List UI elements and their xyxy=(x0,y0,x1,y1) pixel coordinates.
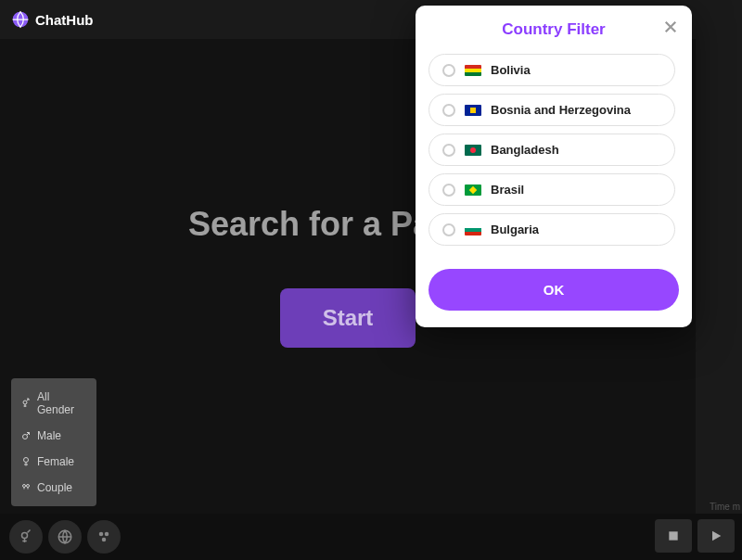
flag-icon xyxy=(465,65,481,76)
svg-point-1 xyxy=(23,401,27,404)
globe-icon xyxy=(11,10,30,29)
logo[interactable]: ChatHub xyxy=(11,10,94,29)
gender-item-couple[interactable]: Couple xyxy=(11,475,96,501)
right-panel xyxy=(696,39,742,514)
country-filter-modal: Country Filter BoliviaBosnia and Herzego… xyxy=(416,6,692,327)
country-item[interactable]: Bolivia xyxy=(429,54,675,86)
gender-item-female[interactable]: Female xyxy=(11,449,96,475)
gear-icon xyxy=(96,528,112,545)
gender-menu: All Gender Male Female Couple xyxy=(11,378,96,506)
flag-icon xyxy=(465,224,481,235)
country-item[interactable]: Bulgaria xyxy=(429,213,675,246)
close-button[interactable] xyxy=(662,19,679,35)
radio-icon xyxy=(442,223,455,236)
radio-icon xyxy=(442,64,455,77)
couple-icon xyxy=(20,482,32,493)
svg-point-9 xyxy=(105,532,109,537)
country-name: Bangladesh xyxy=(491,143,559,157)
stop-button[interactable] xyxy=(655,519,692,553)
time-label: Time m xyxy=(710,502,740,512)
svg-point-3 xyxy=(24,458,29,463)
svg-point-8 xyxy=(99,532,104,537)
settings-button[interactable] xyxy=(87,520,121,554)
media-controls xyxy=(655,519,735,553)
country-name: Bosnia and Herzegovina xyxy=(491,103,631,117)
radio-icon xyxy=(442,184,455,197)
radio-icon xyxy=(442,104,455,117)
bottom-bar xyxy=(0,514,742,560)
gender-icon xyxy=(18,528,34,545)
play-icon xyxy=(709,528,723,543)
gender-item-label: Female xyxy=(37,455,74,468)
svg-rect-11 xyxy=(669,531,677,540)
modal-title: Country Filter xyxy=(429,20,679,39)
flag-icon xyxy=(465,185,481,196)
country-name: Brasil xyxy=(491,183,524,197)
svg-point-6 xyxy=(22,533,28,539)
male-icon xyxy=(20,430,32,441)
svg-point-4 xyxy=(23,485,26,488)
svg-point-5 xyxy=(27,485,30,488)
app-name: ChatHub xyxy=(35,12,94,28)
gender-item-all[interactable]: All Gender xyxy=(11,384,96,423)
gender-item-male[interactable]: Male xyxy=(11,423,96,449)
country-list[interactable]: BoliviaBosnia and HerzegovinaBangladeshB… xyxy=(429,54,679,258)
gender-all-icon xyxy=(20,398,32,409)
flag-icon xyxy=(465,105,481,116)
gender-item-label: Couple xyxy=(37,481,72,494)
ok-button[interactable]: OK xyxy=(429,269,679,311)
country-name: Bolivia xyxy=(491,63,531,77)
female-icon xyxy=(20,456,32,467)
gender-item-label: Male xyxy=(37,429,61,442)
gender-item-label: All Gender xyxy=(37,390,87,416)
country-name: Bulgaria xyxy=(491,223,539,236)
radio-icon xyxy=(442,144,455,157)
country-item[interactable]: Bosnia and Herzegovina xyxy=(429,94,675,126)
country-item[interactable]: Brasil xyxy=(429,173,675,206)
close-icon xyxy=(662,19,679,35)
country-item[interactable]: Bangladesh xyxy=(429,134,675,166)
globe-icon xyxy=(57,528,73,545)
svg-point-10 xyxy=(102,538,107,542)
play-button[interactable] xyxy=(697,519,735,553)
svg-point-2 xyxy=(23,435,28,439)
gender-filter-button[interactable] xyxy=(9,520,43,554)
stop-icon xyxy=(666,528,681,543)
country-filter-button[interactable] xyxy=(48,520,82,554)
flag-icon xyxy=(465,145,481,156)
start-button[interactable]: Start xyxy=(280,288,416,348)
